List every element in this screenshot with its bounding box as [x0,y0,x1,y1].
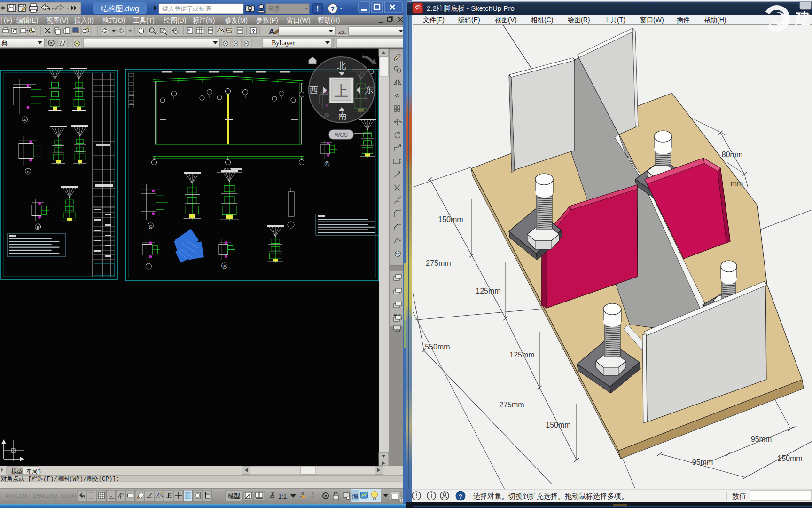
svg-text:数值: 数值 [732,492,746,500]
svg-text:275mm: 275mm [426,259,451,267]
svg-text:文件(F): 文件(F) [423,16,445,24]
svg-text:插件: 插件 [676,16,690,24]
svg-text:Ⓑ: Ⓑ [325,161,330,167]
svg-text:典: 典 [1,40,8,47]
svg-text:mm: mm [731,179,743,187]
svg-text:125mm: 125mm [509,351,534,359]
svg-text:格式(O): 格式(O) [102,16,125,24]
svg-text:标注(N): 标注(N) [192,16,215,24]
svg-text:C: C [149,224,152,229]
svg-text:ByLayer: ByLayer [272,40,295,47]
svg-text:E: E [37,225,39,230]
svg-text:B: B [27,170,29,174]
svg-text:模型: 模型 [227,492,240,500]
svg-text:结构图.dwg: 结构图.dwg [101,5,139,13]
svg-text:绘图(D): 绘图(D) [164,16,186,24]
svg-text:帮助(H): 帮助(H) [704,16,726,24]
svg-text:文件(F): 文件(F) [0,16,12,24]
svg-text:视图(V): 视图(V) [495,16,517,24]
svg-text:!: ! [317,4,319,12]
svg-text:?: ? [459,493,462,500]
svg-text:南: 南 [338,111,347,121]
svg-text:150mm: 150mm [777,454,802,462]
svg-text:F: F [223,264,226,269]
svg-text:修改(M): 修改(M) [224,16,248,24]
svg-text:帮助(H): 帮助(H) [318,16,340,24]
svg-text:95mm: 95mm [751,435,772,443]
svg-text:工具(T): 工具(T) [604,16,625,24]
svg-text:相机(C): 相机(C) [531,16,553,24]
svg-text:550mm: 550mm [425,343,450,351]
svg-text:150mm: 150mm [546,421,570,429]
svg-text:?: ? [252,28,255,34]
svg-text:?: ? [331,5,335,13]
svg-text:A: A [269,27,274,36]
svg-text:视图(V): 视图(V) [47,16,69,24]
svg-text:A: A [23,118,26,122]
svg-text:4674.1287, 1384.2092, 0.0000: 4674.1287, 1384.2092, 0.0000 [6,493,76,499]
svg-text:绘图(R): 绘图(R) [568,16,590,24]
svg-text:上: 上 [334,83,348,99]
svg-text:F: F [148,265,150,269]
svg-text:窗口(W): 窗口(W) [640,16,664,24]
svg-text:窗口(W): 窗口(W) [287,16,311,24]
svg-text:北: 北 [337,61,346,71]
svg-text:键入关键字或短语: 键入关键字或短语 [162,5,211,12]
svg-text:布局1: 布局1 [26,468,41,475]
svg-text:编: 编 [352,493,358,500]
svg-text:编辑(E): 编辑(E) [16,16,39,24]
svg-text:东: 东 [365,85,374,95]
svg-text:WCS: WCS [335,132,348,138]
svg-text:1:1: 1:1 [278,493,287,500]
svg-text:125mm: 125mm [476,287,500,295]
svg-text:95mm: 95mm [692,458,713,466]
svg-text:选择对象。切换到扩充选择。拖动鼠标选择多项。: 选择对象。切换到扩充选择。拖动鼠标选择多项。 [473,492,628,500]
svg-text:编辑(E): 编辑(E) [458,16,480,24]
svg-text:对角点或 [栏选(F)/圈围(WP)/圈交(CP)]:: 对角点或 [栏选(F)/圈围(WP)/圈交(CP)]: [1,476,120,483]
svg-text:西: 西 [310,85,319,95]
svg-text:插入(I): 插入(I) [74,16,94,24]
svg-text:工具(T): 工具(T) [133,16,155,24]
svg-text:建: 建 [795,10,811,27]
svg-text:模型: 模型 [11,468,23,475]
svg-text:150mm: 150mm [438,215,463,223]
svg-text:2.2柱脚底板 - SketchUp Pro: 2.2柱脚底板 - SketchUp Pro [427,4,515,12]
svg-text:275mm: 275mm [499,401,524,409]
svg-text:80mm: 80mm [722,151,742,159]
svg-text:ABC: ABC [393,313,402,317]
svg-text:参数(P): 参数(P) [256,16,278,24]
svg-text:登录: 登录 [268,5,280,12]
